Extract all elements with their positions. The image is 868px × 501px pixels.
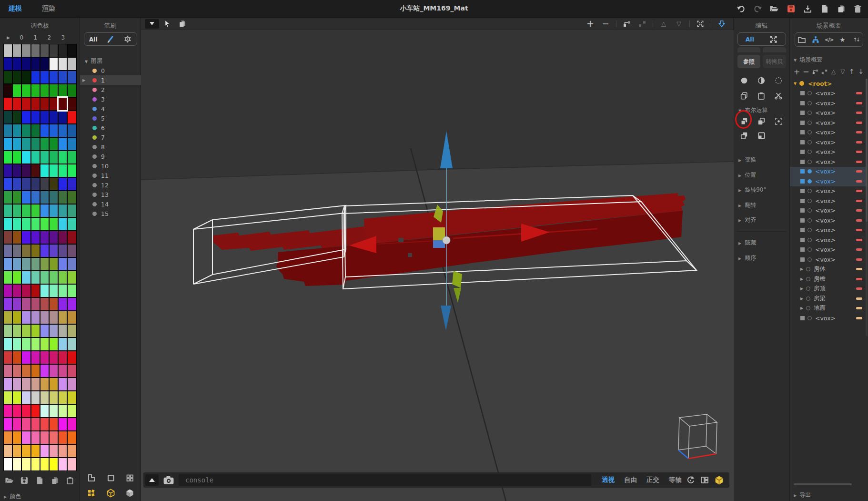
boolean-union-icon[interactable] (736, 114, 753, 128)
palette-swatch[interactable] (31, 97, 40, 111)
triangle-up-icon[interactable]: △ (829, 67, 838, 76)
fit-view-icon[interactable] (695, 19, 706, 29)
palette-swatch[interactable] (31, 351, 40, 364)
open-folder-icon[interactable] (769, 4, 779, 13)
new-file-icon[interactable] (819, 4, 829, 13)
palette-swatch[interactable] (40, 97, 49, 111)
scene-vertical-scrollbar[interactable] (866, 79, 868, 336)
expand-icon[interactable] (769, 35, 778, 44)
palette-swatch[interactable] (21, 297, 30, 311)
palette-swatch[interactable] (58, 444, 67, 458)
scene-item-10[interactable]: <vox> (790, 176, 866, 186)
palette-swatch[interactable] (21, 137, 30, 151)
palette-swatch[interactable] (40, 458, 49, 471)
layers-section-toggle[interactable]: ▼图层 (85, 57, 102, 65)
layer-row-10[interactable]: 10 (80, 161, 141, 171)
palette-swatch[interactable] (40, 244, 49, 257)
palette-swatch[interactable] (58, 244, 67, 257)
pencil-icon[interactable] (107, 35, 114, 43)
palette-swatch[interactable] (3, 164, 12, 177)
palette-swatch[interactable] (21, 191, 30, 204)
palette-swatch[interactable] (3, 311, 12, 324)
palette-swatch[interactable] (58, 97, 67, 111)
palette-swatch[interactable] (31, 284, 40, 297)
scene-item-19[interactable]: ▶房体 (790, 265, 866, 275)
palette-swatch[interactable] (21, 151, 30, 164)
palette-swatch[interactable] (49, 137, 58, 151)
palette-swatch[interactable] (21, 217, 30, 231)
palette-swatch[interactable] (12, 84, 21, 97)
palette-swatch[interactable] (3, 57, 12, 71)
layer-row-2[interactable]: 2 (80, 85, 141, 94)
palette-swatch[interactable] (12, 324, 21, 337)
hierarchy-icon[interactable] (810, 34, 821, 45)
palette-swatch[interactable] (3, 244, 12, 257)
palette-swatch[interactable] (21, 351, 30, 364)
scene-item-5[interactable]: <vox> (790, 128, 866, 138)
boolean-exclude-icon[interactable] (736, 129, 753, 142)
attach-node-icon[interactable] (621, 19, 633, 29)
attach-node-icon[interactable] (811, 67, 819, 76)
palette-swatch[interactable] (3, 204, 12, 217)
palette-swatch[interactable] (21, 337, 30, 351)
palette-swatch[interactable] (3, 444, 12, 458)
wire-cube-icon[interactable] (106, 489, 115, 498)
palette-swatch[interactable] (67, 431, 76, 444)
export-section-toggle[interactable]: ▶导出 (794, 491, 811, 499)
scene-item-17[interactable]: <vox> (790, 245, 866, 255)
palette-swatch[interactable] (31, 418, 40, 431)
layer-row-12[interactable]: 12 (80, 180, 141, 190)
palette-swatch[interactable] (12, 137, 21, 151)
palette-swatch[interactable] (21, 444, 30, 458)
palette-swatch[interactable] (67, 271, 76, 284)
palette-swatch[interactable] (49, 204, 58, 217)
palette-swatch[interactable] (21, 404, 30, 418)
palette-swatch[interactable] (3, 297, 12, 311)
palette-swatch[interactable] (49, 378, 58, 391)
palette-swatch[interactable] (31, 271, 40, 284)
material-dash-icon[interactable] (856, 170, 862, 173)
palette-swatch[interactable] (49, 111, 58, 124)
palette-swatch[interactable] (40, 44, 49, 57)
palette-swatch[interactable] (67, 57, 76, 71)
palette-swatch[interactable] (49, 164, 58, 177)
palette-swatch[interactable] (31, 177, 40, 191)
palette-swatch[interactable] (40, 378, 49, 391)
palette-swatch[interactable] (58, 311, 67, 324)
layer-row-4[interactable]: 4 (80, 104, 141, 113)
palette-swatch[interactable] (67, 418, 76, 431)
palette-swatch[interactable] (49, 284, 58, 297)
palette-swatch[interactable] (49, 84, 58, 97)
palette-swatch[interactable] (3, 177, 12, 191)
reference-button[interactable]: 参照 (737, 55, 760, 68)
layer-row-8[interactable]: 8 (80, 142, 141, 152)
palette-swatch[interactable] (58, 111, 67, 124)
palette-swatch[interactable] (40, 177, 49, 191)
palette-swatch[interactable] (3, 84, 12, 97)
palette-swatch[interactable] (31, 297, 40, 311)
palette-swatch[interactable] (40, 391, 49, 404)
palette-swatch[interactable] (49, 418, 58, 431)
material-dash-icon[interactable] (856, 200, 862, 202)
palette-tab-0[interactable]: 0 (15, 34, 29, 41)
visibility-circle-icon[interactable] (807, 199, 812, 203)
layer-row-6[interactable]: 6 (80, 123, 141, 133)
visibility-circle-icon[interactable] (807, 111, 812, 115)
palette-swatch[interactable] (12, 404, 21, 418)
visibility-circle-icon[interactable] (806, 286, 810, 291)
palette-swatch[interactable] (21, 378, 30, 391)
material-dash-icon[interactable] (856, 297, 862, 300)
palette-swatch[interactable] (21, 324, 30, 337)
palette-swatch[interactable] (31, 244, 40, 257)
material-dash-icon[interactable] (856, 102, 862, 104)
palette-swatch[interactable] (40, 191, 49, 204)
palette-swatch[interactable] (31, 257, 40, 271)
palette-swatch[interactable] (21, 418, 30, 431)
palette-swatch[interactable] (49, 364, 58, 378)
scene-item-22[interactable]: ▶房梁 (790, 294, 866, 304)
palette-swatch[interactable] (58, 391, 67, 404)
visibility-circle-icon[interactable] (807, 179, 812, 184)
palette-swatch[interactable] (12, 177, 21, 191)
palette-swatch[interactable] (67, 191, 76, 204)
palette-swatch[interactable] (12, 57, 21, 71)
